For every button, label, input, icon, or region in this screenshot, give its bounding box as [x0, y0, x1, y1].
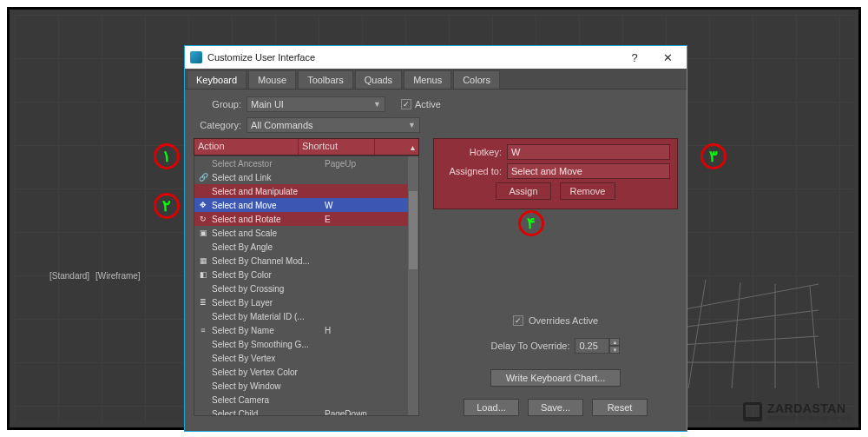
action-list[interactable]: Select AncestorPageUp🔗Select and LinkSel…: [194, 156, 419, 416]
header-shortcut[interactable]: Shortcut: [299, 139, 375, 155]
annotation-3: ۳: [700, 143, 727, 169]
list-item[interactable]: Select By Vertex: [194, 351, 408, 365]
reset-button[interactable]: Reset: [592, 399, 648, 416]
list-item-action: Select and Manipulate: [212, 187, 325, 196]
list-item[interactable]: Select By Angle: [194, 240, 408, 254]
list-item[interactable]: ≣Select By Layer: [194, 295, 408, 309]
list-item-icon: [198, 408, 208, 416]
list-item[interactable]: ▦Select By Channel Mod...: [194, 254, 408, 268]
tab-menus[interactable]: Menus: [404, 70, 451, 89]
assign-button[interactable]: Assign: [496, 182, 551, 200]
list-item-action: Select By Smoothing G...: [212, 340, 325, 349]
list-item-icon: ▣: [198, 228, 208, 238]
close-button[interactable]: ✕: [654, 48, 681, 67]
watermark: ZARDASTAN Architectural Design Group: [743, 402, 851, 421]
list-item-icon: [198, 186, 208, 196]
category-label: Category:: [194, 120, 241, 130]
list-item-action: Select Camera: [212, 395, 325, 405]
assigned-display: Select and Move: [507, 163, 670, 179]
list-item-action: Select and Move: [212, 201, 325, 210]
list-item[interactable]: Select Camera: [194, 393, 408, 407]
list-item[interactable]: ↻Select and RotateE: [194, 212, 408, 226]
delay-value[interactable]: 0.25: [575, 338, 609, 354]
list-item-icon: [198, 158, 208, 169]
viewport-label[interactable]: [Standard] [Wireframe]: [49, 271, 144, 281]
list-item-action: Select By Name: [212, 326, 325, 335]
list-item-action: Select Ancestor: [212, 159, 325, 169]
list-item[interactable]: 🔗Select and Link: [194, 170, 408, 184]
list-item-icon: ▦: [198, 255, 208, 266]
list-item-icon: [198, 367, 208, 377]
tab-mouse[interactable]: Mouse: [248, 70, 296, 89]
caret-up-icon[interactable]: ▴: [406, 139, 418, 155]
tab-quads[interactable]: Quads: [355, 70, 402, 89]
annotation-4: ۴: [518, 210, 544, 236]
list-item[interactable]: Select AncestorPageUp: [194, 156, 408, 170]
viewport-shading[interactable]: [Standard]: [49, 271, 89, 281]
group-select[interactable]: Main UI ▼: [247, 96, 385, 112]
list-item-action: Select by Crossing: [212, 284, 325, 294]
list-item[interactable]: ▣Select and Scale: [194, 226, 408, 240]
list-item-action: Select and Link: [212, 173, 325, 182]
tab-toolbars[interactable]: Toolbars: [298, 70, 353, 89]
list-item-action: Select Child: [212, 409, 325, 417]
spin-down[interactable]: ▼: [609, 346, 620, 354]
list-item-icon: ≣: [198, 297, 208, 308]
scrollbar-thumb[interactable]: [409, 191, 418, 269]
list-item[interactable]: Select by Crossing: [194, 281, 408, 295]
list-item[interactable]: ✥Select and MoveW: [194, 198, 408, 212]
category-select[interactable]: All Commands ▼: [247, 117, 420, 133]
list-item[interactable]: ◧Select By Color: [194, 268, 408, 281]
category-value: All Commands: [251, 120, 313, 130]
list-item[interactable]: Select and Manipulate: [194, 184, 408, 198]
viewport-mode[interactable]: [Wireframe]: [95, 271, 141, 281]
hotkey-input[interactable]: W: [507, 144, 670, 160]
list-item-icon: ✥: [198, 200, 208, 210]
list-header[interactable]: Action Shortcut ▴: [194, 138, 419, 156]
list-item-icon: [198, 353, 208, 363]
write-chart-button[interactable]: Write Keyboard Chart...: [490, 369, 621, 387]
annotation-2: ۲: [154, 193, 180, 219]
list-item-action: Select By Layer: [212, 298, 325, 308]
list-item-icon: 🔗: [198, 172, 208, 182]
list-item[interactable]: Select by Vertex Color: [194, 365, 408, 379]
list-item[interactable]: Select by Window: [194, 379, 408, 393]
list-item-shortcut: H: [325, 326, 394, 335]
list-item-icon: ≡: [198, 325, 208, 335]
list-item-action: Select by Material ID (...: [212, 312, 325, 321]
load-button[interactable]: Load...: [464, 399, 519, 416]
spin-up[interactable]: ▲: [609, 338, 620, 346]
scrollbar[interactable]: [408, 156, 418, 415]
tab-colors[interactable]: Colors: [453, 70, 500, 89]
list-item[interactable]: Select ChildPageDown: [194, 407, 408, 416]
active-checkbox[interactable]: ✓: [401, 99, 411, 109]
overrides-checkbox[interactable]: ✓: [513, 315, 523, 326]
help-button[interactable]: ?: [621, 48, 648, 67]
active-label: Active: [415, 99, 441, 109]
remove-button[interactable]: Remove: [560, 182, 615, 200]
header-action[interactable]: Action: [194, 139, 299, 155]
list-item-action: Select and Rotate: [212, 215, 325, 224]
tab-keyboard[interactable]: Keyboard: [187, 70, 247, 89]
list-item-action: Select by Vertex Color: [212, 367, 325, 377]
list-item[interactable]: Select By Smoothing G...: [194, 337, 408, 351]
tabs: KeyboardMouseToolbarsQuadsMenusColors: [185, 69, 687, 89]
save-button[interactable]: Save...: [528, 399, 583, 416]
list-item-icon: ↻: [198, 214, 208, 224]
list-item-action: Select By Vertex: [212, 354, 325, 363]
list-item-icon: [198, 311, 208, 321]
list-item-icon: [198, 242, 208, 252]
list-item-action: Select By Channel Mod...: [212, 256, 325, 266]
annotation-1: ۱: [154, 143, 180, 169]
list-item[interactable]: Select by Material ID (...: [194, 309, 408, 323]
list-item-icon: ◧: [198, 269, 208, 280]
titlebar[interactable]: Customize User Interface ? ✕: [185, 46, 687, 69]
assigned-label: Assigned to:: [441, 166, 502, 176]
list-item-shortcut: PageDown: [325, 409, 394, 417]
list-item[interactable]: ≡Select By NameH: [194, 323, 408, 337]
list-item-action: Select by Window: [212, 381, 325, 391]
list-item-action: Select By Color: [212, 270, 325, 280]
list-item-action: Select and Scale: [212, 228, 325, 238]
chevron-down-icon: ▼: [408, 121, 416, 129]
list-item-icon: [198, 381, 208, 391]
